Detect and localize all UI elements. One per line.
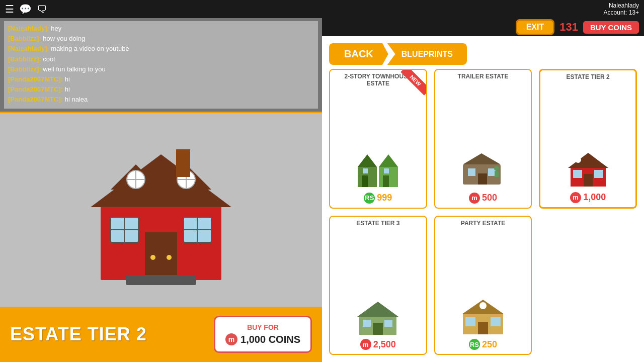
svg-marker-1 — [91, 154, 231, 207]
svg-marker-30 — [463, 153, 501, 164]
item-card-party[interactable]: PARTY ESTATE RS250 — [434, 216, 532, 355]
svg-rect-33 — [478, 173, 487, 185]
svg-rect-45 — [384, 320, 392, 327]
item-preview-party — [460, 296, 506, 336]
price-text: 1,000 — [583, 192, 606, 203]
svg-marker-24 — [379, 154, 398, 167]
price-text: 500 — [482, 193, 497, 203]
blueprints-tab[interactable]: BLUEPRINTS — [387, 43, 467, 65]
item-card-trailer[interactable]: TRAILER ESTATE m500 — [434, 69, 532, 209]
chat-message-text: making a video on youtube — [49, 45, 129, 52]
chat-message-text: hi — [63, 75, 70, 83]
m-icon: m — [360, 339, 371, 350]
svg-point-52 — [479, 302, 487, 309]
chat-username: [Panda2007MTC]: — [8, 96, 63, 103]
buy-button-amount: m 1,000 COINS — [225, 333, 300, 345]
item-card-estate2[interactable]: ESTATE TIER 2 m1,000 — [539, 69, 637, 209]
item-preview-townhouse — [355, 149, 400, 190]
chat-line: [Babblizz]: well fun talking to you — [8, 65, 314, 74]
item-name: PARTY ESTATE — [438, 220, 528, 227]
svg-marker-37 — [568, 153, 608, 168]
house-svg — [70, 124, 252, 295]
svg-rect-39 — [594, 170, 603, 178]
svg-rect-44 — [363, 320, 371, 327]
bottom-info: ESTATE TIER 2 BUY FOR m 1,000 COINS — [0, 307, 322, 362]
price-text: 999 — [377, 193, 392, 203]
buy-coins-button[interactable]: BUY COINS — [583, 21, 639, 34]
rs-icon: RS — [364, 193, 375, 204]
svg-rect-46 — [373, 323, 383, 335]
svg-marker-43 — [357, 302, 398, 317]
svg-rect-35 — [495, 171, 499, 177]
svg-rect-27 — [363, 168, 368, 173]
svg-marker-22 — [358, 154, 377, 167]
exit-button[interactable]: EXIT — [516, 19, 555, 35]
item-name: ESTATE TIER 2 — [543, 73, 632, 80]
emote-icon[interactable]: 🗨 — [37, 4, 47, 15]
top-bar: ☰ 💬 🗨 Naleahlady Account: 13+ — [0, 0, 644, 18]
blueprints-nav: BACK BLUEPRINTS — [329, 43, 637, 65]
item-price: RS250 — [469, 339, 497, 350]
main-content: [Naleahlady]: hey[Babblizz]: how you doi… — [0, 18, 644, 362]
menu-icon[interactable]: ☰ — [5, 3, 14, 15]
m-coin-icon: m — [225, 333, 237, 345]
coin-count: 131 — [559, 21, 578, 34]
item-price: RS999 — [364, 193, 392, 204]
estate-title: ESTATE TIER 2 — [10, 324, 199, 345]
chat-icon[interactable]: 💬 — [19, 3, 32, 15]
svg-rect-28 — [384, 168, 389, 173]
chat-wrapper: [Naleahlady]: hey[Babblizz]: how you doi… — [0, 18, 322, 112]
item-card-estate3[interactable]: ESTATE TIER 3 m2,500 — [329, 216, 427, 355]
price-text: 250 — [482, 339, 497, 350]
account-label: Account: 13+ — [604, 9, 639, 16]
item-name: TRAILER ESTATE — [438, 73, 528, 80]
svg-point-18 — [167, 255, 172, 260]
right-panel: EXIT 131 BUY COINS BACK BLUEPRINTS 2-STO… — [322, 18, 644, 362]
house-preview — [0, 113, 322, 307]
chat-username: [Naleahlady]: — [8, 45, 49, 52]
chat-username: [Babblizz]: — [8, 55, 41, 63]
left-panel: [Naleahlady]: hey[Babblizz]: how you doi… — [0, 18, 322, 362]
items-grid: 2-STORY TOWNHOUSE ESTATENEW RS999TRAILER… — [322, 69, 644, 362]
chat-line: [Panda2007MTC]: hi — [8, 75, 314, 84]
chat-message-text: well fun talking to you — [41, 65, 106, 73]
svg-rect-38 — [573, 170, 582, 178]
svg-rect-40 — [584, 174, 593, 187]
item-price: m1,000 — [570, 192, 606, 203]
item-preview-estate3 — [355, 296, 400, 336]
chat-line: [Naleahlady]: hey — [8, 24, 314, 33]
buy-button[interactable]: BUY FOR m 1,000 COINS — [214, 316, 312, 353]
chat-message-text: hi nalea — [63, 96, 88, 103]
top-bar-left: ☰ 💬 🗨 — [5, 3, 47, 15]
svg-rect-49 — [465, 317, 475, 326]
buy-button-label: BUY FOR — [247, 323, 279, 331]
chat-area: [Naleahlady]: hey[Babblizz]: how you doi… — [4, 21, 318, 109]
svg-rect-50 — [491, 317, 501, 326]
chat-message-text: hey — [49, 25, 62, 32]
user-info: Naleahlady Account: 13+ — [604, 2, 639, 16]
svg-rect-20 — [176, 149, 190, 177]
right-top-bar: EXIT 131 BUY COINS — [322, 18, 644, 36]
m-icon: m — [570, 192, 581, 203]
item-preview-trailer — [460, 149, 506, 190]
chat-line: [Panda2007MTC]: hi nalea — [8, 95, 314, 104]
svg-rect-19 — [126, 275, 196, 285]
buy-amount-text: 1,000 COINS — [240, 334, 300, 345]
chat-username: [Babblizz]: — [8, 65, 41, 73]
item-name: ESTATE TIER 3 — [333, 220, 423, 227]
chat-message-text: how you doing — [41, 35, 85, 42]
chat-message-text: hi — [63, 85, 70, 93]
chat-line: [Naleahlady]: making a video on youtube — [8, 44, 314, 53]
chat-message-text: cool — [41, 55, 55, 63]
m-icon: m — [469, 193, 480, 204]
item-price: m2,500 — [360, 339, 396, 350]
rs-icon: RS — [469, 339, 480, 350]
back-button[interactable]: BACK — [329, 43, 388, 65]
username: Naleahlady — [609, 2, 639, 9]
item-card-townhouse[interactable]: 2-STORY TOWNHOUSE ESTATENEW RS999 — [329, 69, 427, 209]
price-text: 2,500 — [373, 339, 396, 350]
svg-rect-31 — [468, 168, 475, 176]
chat-username: [Naleahlady]: — [8, 25, 49, 32]
chat-username: [Panda2007MTC]: — [8, 85, 63, 93]
svg-point-41 — [575, 157, 581, 163]
